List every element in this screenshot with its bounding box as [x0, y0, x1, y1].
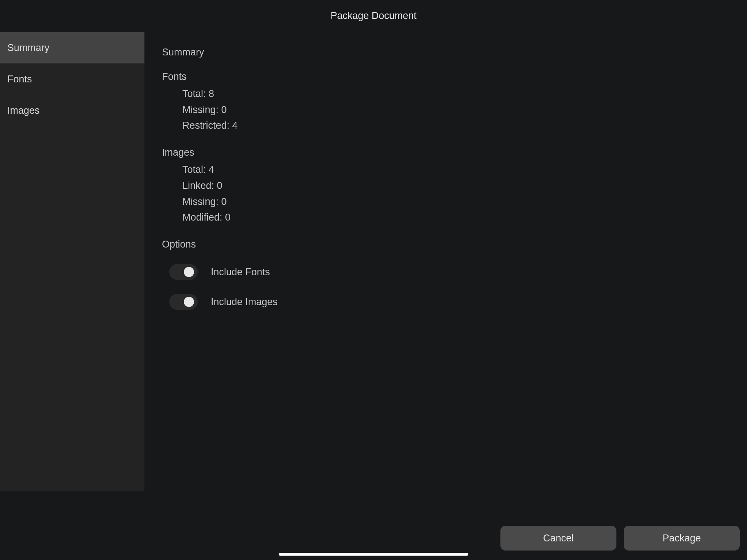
include-images-row: Include Images	[162, 294, 729, 310]
fonts-total-value: 8	[209, 88, 214, 99]
images-modified-label: Modified:	[182, 212, 222, 223]
images-total-value: 4	[209, 164, 214, 175]
fonts-restricted-label: Restricted:	[182, 120, 229, 131]
toggle-knob-icon	[184, 267, 194, 277]
include-images-toggle[interactable]	[169, 294, 198, 310]
images-linked-line: Linked: 0	[162, 178, 729, 194]
include-fonts-label: Include Fonts	[211, 267, 270, 278]
include-images-label: Include Images	[211, 296, 278, 308]
fonts-restricted-line: Restricted: 4	[162, 118, 729, 134]
package-button[interactable]: Package	[624, 526, 740, 551]
footer-actions: Cancel Package	[500, 526, 740, 551]
sidebar-item-images[interactable]: Images	[0, 95, 144, 126]
sidebar-item-summary[interactable]: Summary	[0, 32, 144, 63]
main-panel: Summary Fonts Total: 8 Missing: 0 Restri…	[144, 32, 747, 560]
dialog-title: Package Document	[330, 10, 417, 22]
images-modified-value: 0	[225, 212, 231, 223]
images-missing-label: Missing:	[182, 196, 218, 207]
images-total-label: Total:	[182, 164, 206, 175]
fonts-total-line: Total: 8	[162, 86, 729, 102]
panel-title: Summary	[162, 47, 729, 58]
fonts-total-label: Total:	[182, 88, 206, 99]
fonts-missing-label: Missing:	[182, 104, 218, 115]
fonts-missing-value: 0	[221, 104, 227, 115]
options-block: Options Include Fonts Include Images	[162, 239, 729, 310]
sidebar-item-label: Fonts	[7, 74, 32, 85]
images-total-line: Total: 4	[162, 162, 729, 178]
images-linked-value: 0	[217, 180, 222, 191]
images-missing-value: 0	[221, 196, 227, 207]
fonts-summary-block: Fonts Total: 8 Missing: 0 Restricted: 4	[162, 71, 729, 134]
sidebar-item-fonts[interactable]: Fonts	[0, 63, 144, 95]
fonts-heading: Fonts	[162, 71, 729, 82]
images-heading: Images	[162, 147, 729, 158]
include-fonts-row: Include Fonts	[162, 264, 729, 280]
images-linked-label: Linked:	[182, 180, 214, 191]
options-heading: Options	[162, 239, 729, 250]
toggle-knob-icon	[184, 297, 194, 307]
fonts-missing-line: Missing: 0	[162, 102, 729, 118]
sidebar-item-label: Images	[7, 105, 40, 116]
images-summary-block: Images Total: 4 Linked: 0 Missing: 0 Mod…	[162, 147, 729, 226]
images-modified-line: Modified: 0	[162, 210, 729, 226]
dialog-header: Package Document	[0, 0, 747, 32]
content-area: Summary Fonts Images Summary Fonts Total…	[0, 32, 747, 560]
fonts-restricted-value: 4	[232, 120, 238, 131]
sidebar: Summary Fonts Images	[0, 32, 144, 491]
home-indicator[interactable]	[279, 553, 468, 556]
include-fonts-toggle[interactable]	[169, 264, 198, 280]
cancel-button[interactable]: Cancel	[500, 526, 616, 551]
images-missing-line: Missing: 0	[162, 194, 729, 210]
sidebar-item-label: Summary	[7, 42, 50, 54]
